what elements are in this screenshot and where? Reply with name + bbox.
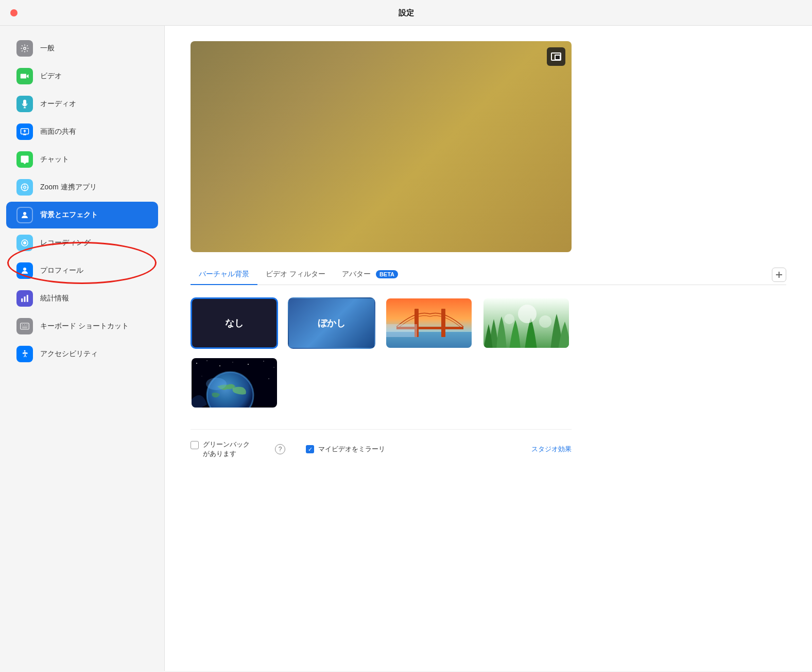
audio-icon [16,96,33,112]
sidebar-label-chat: チャット [40,155,69,164]
screenshare-icon [16,123,33,140]
tabs-bar: バーチャル背景 ビデオ フィルター アバター BETA [191,264,786,285]
video-preview [191,41,572,252]
greenscreen-group: グリーンバックがあります [191,440,254,458]
background-options-row1: なし ぼかし [191,297,572,349]
pip-button[interactable] [547,47,565,66]
svg-point-34 [268,378,269,379]
tab-virtual-bg[interactable]: バーチャル背景 [191,264,257,285]
sidebar-label-accessibility: アクセシビリティ [40,349,98,359]
sidebar-item-general[interactable]: 一般 [6,35,158,62]
svg-point-2 [24,186,26,189]
accessibility-icon [16,346,33,362]
bg-option-bridge[interactable] [385,297,473,349]
sidebar-item-recording[interactable]: レコーディング [6,229,158,256]
sidebar-label-keyboard: キーボード ショートカット [40,322,129,331]
sidebar-label-audio: オーディオ [40,99,76,109]
svg-point-28 [219,365,220,366]
greenscreen-checkbox[interactable] [191,441,199,449]
sidebar-item-chat[interactable]: チャット [6,146,158,173]
svg-point-31 [263,361,264,362]
content-area: バーチャル背景 ビデオ フィルター アバター BETA なし [165,26,812,671]
svg-rect-8 [21,298,23,302]
video-icon [16,68,33,84]
bg-option-none[interactable]: なし [191,297,278,349]
background-options-row2 [191,357,572,409]
sidebar-item-screenshare[interactable]: 画面の共有 [6,118,158,145]
svg-point-32 [273,367,274,367]
svg-point-33 [201,376,202,376]
profile-icon [16,262,33,279]
mirror-label: マイビデオをミラーリ [318,445,385,454]
svg-point-24 [504,314,514,324]
svg-rect-18 [441,309,445,337]
sidebar-label-zoom-apps: Zoom 連携アプリ [40,183,97,192]
sidebar-item-profile[interactable]: プロフィール [6,257,158,284]
sidebar-label-general: 一般 [40,44,55,53]
svg-point-27 [206,360,208,361]
beta-badge: BETA [376,270,398,278]
svg-rect-10 [27,295,28,302]
greenscreen-label: グリーンバックがあります [203,440,254,458]
sidebar-item-stats[interactable]: 統計情報 [6,285,158,312]
bg-option-blur[interactable]: ぼかし [288,297,375,349]
zoom-apps-icon [16,179,33,196]
sidebar-item-accessibility[interactable]: アクセシビリティ [6,341,158,367]
title-bar: 設定 [0,0,812,26]
studio-effects-button[interactable]: スタジオ効果 [531,445,572,454]
svg-point-4 [23,212,26,215]
sidebar-item-zoom-apps[interactable]: Zoom 連携アプリ [6,174,158,201]
svg-point-0 [24,47,26,50]
sidebar-item-audio[interactable]: オーディオ [6,91,158,117]
svg-point-7 [23,268,26,271]
svg-rect-9 [24,296,26,302]
help-icon[interactable]: ? [275,444,285,454]
bg-blur-label: ぼかし [318,317,345,329]
sidebar-label-backgrounds: 背景とエフェクト [40,210,98,220]
mirror-checkbox[interactable] [306,445,314,453]
general-icon [16,40,33,57]
chat-icon [16,151,33,168]
sidebar-label-screenshare: 画面の共有 [40,127,76,136]
sidebar-item-backgrounds[interactable]: 背景とエフェクト [6,202,158,228]
sidebar: 一般 ビデオ オーディオ [0,26,165,671]
svg-point-22 [518,305,537,323]
pip-icon [551,52,561,61]
sidebar-item-keyboard[interactable]: キーボード ショートカット [6,313,158,340]
add-background-button[interactable] [772,268,786,282]
sidebar-label-video: ビデオ [40,72,62,81]
tab-avatar[interactable]: アバター BETA [334,264,406,285]
bg-option-earth[interactable] [191,357,278,409]
sidebar-item-video[interactable]: ビデオ [6,63,158,90]
mirror-group: マイビデオをミラーリ [306,445,385,454]
svg-point-38 [206,378,227,390]
backgrounds-icon [16,207,33,223]
footer-options: グリーンバックがあります ? マイビデオをミラーリ スタジオ効果 [191,429,572,458]
svg-point-30 [248,364,249,365]
main-layout: 一般 ビデオ オーディオ [0,26,812,671]
svg-point-6 [24,242,26,244]
sidebar-label-stats: 統計情報 [40,294,69,303]
svg-point-29 [232,362,233,362]
svg-point-23 [539,315,551,328]
page-title: 設定 [399,8,414,18]
bg-none-label: なし [225,317,244,329]
sidebar-label-recording: レコーディング [40,238,91,247]
svg-point-12 [24,350,26,352]
sidebar-label-profile: プロフィール [40,266,83,275]
tab-video-filter[interactable]: ビデオ フィルター [257,264,334,285]
recording-icon [16,235,33,251]
keyboard-icon [16,318,33,334]
stats-icon [16,290,33,307]
close-button[interactable] [10,9,18,16]
svg-point-26 [196,363,197,364]
svg-rect-20 [386,324,417,337]
bg-option-grass[interactable] [482,297,570,349]
